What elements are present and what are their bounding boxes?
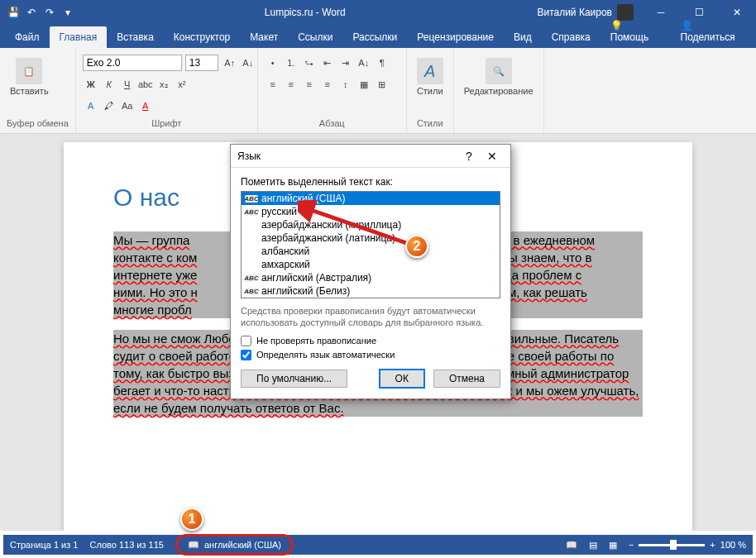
search-icon: 🔍 (486, 58, 512, 84)
annotation-arrow (298, 200, 422, 258)
dialog-close-icon[interactable]: ✕ (481, 147, 504, 165)
svg-line-0 (306, 208, 414, 246)
spellcheck-icon: ABC (245, 195, 258, 203)
italic-icon[interactable]: К (101, 76, 117, 93)
ribbon: 📋 Вставить Буфер обмена A↑A↓ Ж К Ч abc x… (0, 48, 756, 134)
change-case-icon[interactable]: Aa (119, 98, 136, 114)
multilevel-icon[interactable]: ⮑ (301, 55, 318, 71)
shrink-font-icon[interactable]: A↓ (240, 55, 256, 71)
paste-button[interactable]: 📋 Вставить (7, 55, 52, 99)
statusbar: Страница 1 из 1 Слово 113 из 115 📖 англи… (3, 535, 753, 555)
subscript-icon[interactable]: x₂ (156, 76, 172, 93)
page-indicator[interactable]: Страница 1 из 1 (10, 540, 78, 550)
dialog-label: Пометить выделенный текст как: (241, 176, 500, 188)
justify-icon[interactable]: ≡ (319, 76, 336, 93)
numbering-icon[interactable]: 1. (283, 55, 299, 71)
font-name[interactable] (83, 55, 182, 71)
spellcheck-icon: ABC (245, 208, 258, 216)
zoom-slider[interactable] (639, 544, 705, 546)
tab-view[interactable]: Вид (504, 26, 542, 48)
group-paragraph: Абзац (265, 118, 400, 130)
view-web-icon[interactable]: ▦ (609, 540, 617, 551)
callout-1: 1 (180, 508, 203, 531)
tab-references[interactable]: Ссылки (288, 26, 342, 48)
grow-font-icon[interactable]: A↑ (222, 55, 238, 71)
cancel-button[interactable]: Отмена (433, 370, 500, 388)
window-title: Lumpics.ru - Word (81, 7, 529, 18)
shading-icon[interactable]: ▦ (356, 76, 372, 93)
clipboard-icon: 📋 (16, 58, 42, 84)
dialog-title: Язык (237, 150, 457, 162)
ok-button[interactable]: ОК (379, 369, 425, 389)
lang-item-en-bz[interactable]: ABCанглийский (Белиз) (242, 284, 500, 298)
ribbon-tabs: Файл Главная Вставка Конструктор Макет С… (0, 25, 756, 48)
tab-design[interactable]: Конструктор (164, 26, 240, 48)
group-font: Шрифт (83, 118, 251, 130)
redo-icon[interactable]: ↷ (43, 6, 56, 19)
tab-mailings[interactable]: Рассылки (342, 26, 407, 48)
group-clipboard: Буфер обмена (7, 118, 69, 130)
font-size[interactable] (185, 55, 218, 71)
language-indicator[interactable]: 📖 английский (США) (175, 534, 294, 556)
tab-help[interactable]: Справка (542, 26, 600, 48)
callout-2: 2 (405, 235, 428, 258)
strike-icon[interactable]: abc (137, 76, 154, 93)
indent-dec-icon[interactable]: ⇤ (319, 55, 336, 71)
language-dialog: Язык ? ✕ Пометить выделенный текст как: … (230, 144, 511, 399)
superscript-icon[interactable]: x² (174, 76, 190, 93)
spellcheck-icon: ABC (245, 288, 258, 295)
line-spacing-icon[interactable]: ↕ (337, 76, 354, 93)
dialog-help-icon[interactable]: ? (457, 147, 481, 165)
underline-icon[interactable]: Ч (119, 76, 136, 93)
view-print-icon[interactable]: ▤ (589, 540, 597, 551)
align-left-icon[interactable]: ≡ (265, 76, 281, 93)
tab-file[interactable]: Файл (5, 26, 50, 48)
word-count[interactable]: Слово 113 из 115 (89, 540, 164, 550)
default-button[interactable]: По умолчанию... (241, 370, 347, 388)
styles-icon: A (417, 58, 443, 84)
view-read-icon[interactable]: 📖 (566, 540, 577, 551)
zoom-level[interactable]: 100 % (720, 540, 746, 550)
bullets-icon[interactable]: • (265, 55, 281, 71)
borders-icon[interactable]: ⊞ (374, 76, 390, 93)
qat-more-icon[interactable]: ▾ (61, 6, 74, 19)
undo-icon[interactable]: ↶ (25, 6, 38, 19)
lang-item-en-au[interactable]: ABCанглийский (Австралия) (242, 271, 500, 284)
lang-item-am[interactable]: амхарский (242, 258, 500, 271)
align-right-icon[interactable]: ≡ (301, 76, 318, 93)
check-no-proofing[interactable]: Не проверять правописание (241, 336, 500, 346)
tab-home[interactable]: Главная (50, 26, 108, 48)
zoom-out-icon[interactable]: − (629, 540, 634, 550)
align-center-icon[interactable]: ≡ (283, 76, 299, 93)
tell-me[interactable]: 💡 Помощь (600, 15, 671, 48)
tab-layout[interactable]: Макет (240, 26, 288, 48)
font-color-icon[interactable]: A (137, 98, 154, 114)
autosave-icon[interactable]: 💾 (7, 6, 20, 19)
dialog-helptext: Средства проверки правописания будут авт… (241, 305, 500, 329)
book-icon: 📖 (188, 540, 199, 551)
sort-icon[interactable]: A↓ (356, 55, 372, 71)
group-styles: Стили (414, 118, 447, 130)
check-auto-detect[interactable]: Определять язык автоматически (241, 350, 500, 360)
editing-button[interactable]: 🔍 Редактирование (461, 55, 537, 99)
styles-button[interactable]: A Стили (414, 55, 447, 99)
tab-review[interactable]: Рецензирование (407, 26, 504, 48)
zoom-in-icon[interactable]: + (710, 540, 715, 550)
indent-inc-icon[interactable]: ⇥ (337, 55, 354, 71)
tab-insert[interactable]: Вставка (107, 26, 164, 48)
bold-icon[interactable]: Ж (83, 76, 99, 93)
spellcheck-icon: ABC (245, 274, 258, 282)
highlight-icon[interactable]: 🖍 (101, 98, 117, 114)
share-button[interactable]: 👤 Поделиться (671, 15, 756, 48)
show-marks-icon[interactable]: ¶ (374, 55, 390, 71)
text-effects-icon[interactable]: A (83, 98, 99, 114)
